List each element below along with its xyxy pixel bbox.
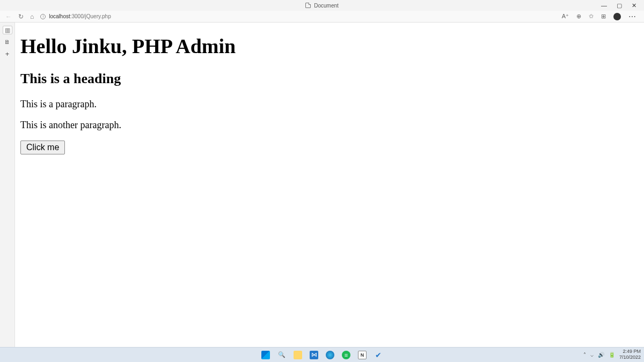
vscode-icon[interactable]: ⋈ — [310, 351, 318, 359]
page-h2: This is a heading — [20, 71, 639, 87]
rail-tab-2[interactable]: 🗎 — [3, 38, 12, 46]
info-icon[interactable]: i — [40, 14, 46, 19]
tab-title: Document — [314, 3, 339, 9]
tray-chevron-icon[interactable]: ˄ — [583, 352, 586, 358]
rail-add-tab[interactable]: + — [3, 49, 12, 58]
toolbar-right: A⁺ ⊕ ✩ ⊞ ⋯ — [562, 13, 639, 20]
rail-tab-1[interactable]: ▥ — [3, 26, 12, 34]
tab[interactable]: Document — [305, 3, 339, 9]
todo-icon[interactable]: ✔ — [374, 351, 383, 359]
url-path: :3000/jQuery.php — [70, 13, 111, 19]
battery-icon[interactable]: 🔋 — [609, 352, 615, 358]
page-h1: Hello Jinku, PHP Admin — [20, 34, 639, 58]
profile-avatar[interactable] — [613, 13, 621, 20]
edge-icon[interactable] — [326, 351, 334, 359]
system-tray: ˄ ⌵ 🔊 🔋 2:49 PM 7/10/2022 — [583, 347, 641, 362]
clock-date: 7/10/2022 — [619, 354, 641, 360]
page-paragraph-1: This is a paragraph. — [20, 99, 639, 110]
clock-time: 2:49 PM — [619, 349, 641, 354]
read-aloud-icon[interactable]: A⁺ — [562, 13, 569, 20]
clock[interactable]: 2:49 PM 7/10/2022 — [619, 349, 641, 360]
minimize-button[interactable]: — — [601, 2, 607, 9]
address-bar[interactable]: i localhost:3000/jQuery.php — [40, 13, 555, 19]
page-paragraph-2: This is another paragraph. — [20, 120, 639, 131]
page-content: Hello Jinku, PHP Admin This is a heading… — [15, 23, 644, 347]
window-title-bar: Document — ▢ ✕ — [0, 0, 644, 11]
close-button[interactable]: ✕ — [632, 2, 636, 9]
workspace: ▥ 🗎 + Hello Jinku, PHP Admin This is a h… — [0, 23, 644, 347]
home-button[interactable]: ⌂ — [30, 13, 34, 20]
window-controls: — ▢ ✕ — [594, 0, 644, 11]
favorites-icon[interactable]: ✩ — [589, 13, 594, 20]
back-button[interactable]: ← — [5, 13, 12, 20]
taskbar-center: 🔍 ⋈ ≡ N ✔ — [261, 351, 383, 359]
refresh-button[interactable]: ↻ — [18, 13, 24, 20]
more-menu-icon[interactable]: ⋯ — [628, 13, 636, 20]
maximize-button[interactable]: ▢ — [617, 2, 622, 9]
click-me-button[interactable]: Click me — [20, 141, 65, 154]
vertical-tab-rail: ▥ 🗎 + — [0, 23, 15, 347]
wifi-icon[interactable]: ⌵ — [590, 352, 594, 358]
notion-icon[interactable]: N — [358, 351, 367, 359]
zoom-icon[interactable]: ⊕ — [576, 13, 581, 20]
search-icon[interactable]: 🔍 — [277, 351, 286, 359]
browser-toolbar: ← ↻ ⌂ i localhost:3000/jQuery.php A⁺ ⊕ ✩… — [0, 11, 644, 23]
file-explorer-icon[interactable] — [294, 351, 302, 359]
url-host: localhost — [49, 13, 70, 19]
taskbar: 🔍 ⋈ ≡ N ✔ ˄ ⌵ 🔊 🔋 2:49 PM 7/10/2022 — [0, 347, 644, 362]
spotify-icon[interactable]: ≡ — [342, 351, 350, 359]
volume-icon[interactable]: 🔊 — [598, 352, 604, 358]
start-button[interactable] — [261, 351, 270, 359]
file-icon — [305, 3, 311, 8]
collections-icon[interactable]: ⊞ — [601, 13, 606, 20]
